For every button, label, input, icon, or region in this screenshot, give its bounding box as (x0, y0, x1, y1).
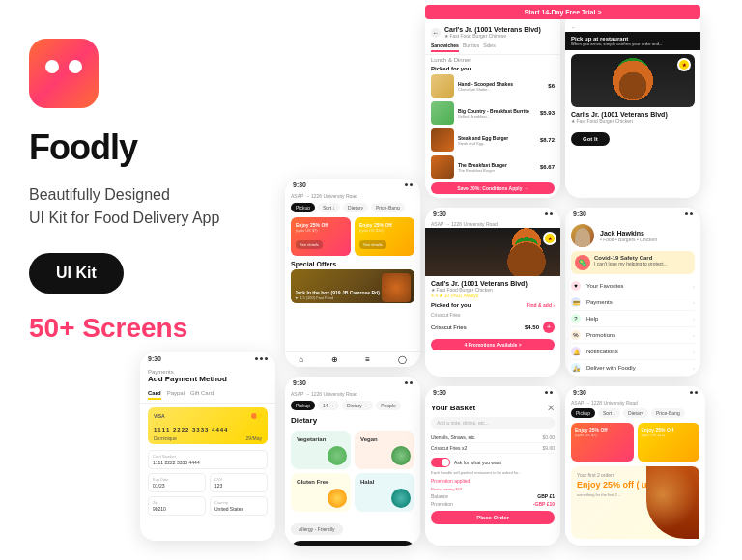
see-details-1[interactable]: See details (296, 240, 323, 249)
right-filter-4[interactable]: Price-Bang (651, 408, 685, 418)
menu-help[interactable]: ? Help › (571, 311, 695, 327)
ui-kit-badge[interactable]: UI Kit (29, 253, 124, 294)
see-details-2[interactable]: See details (359, 240, 386, 249)
tab-giftcard[interactable]: Gift Card (190, 390, 214, 400)
dietary-halal[interactable]: Halal (355, 473, 414, 512)
food-price-4: $6.67 (540, 164, 555, 170)
food-items-list: Hand - Scooped Shakes Chocolate Shake...… (425, 72, 560, 181)
sig-8b (550, 391, 553, 394)
tagline-line1: Beautifully Designed (29, 183, 242, 207)
ask-toggle-switch[interactable] (431, 458, 450, 467)
payment-menu-icon: 💳 (571, 297, 581, 307)
notif-icon: 🔔 (571, 347, 581, 356)
card-visual: VISA 1111 2222 3333 4444 Dominique 29/Ma… (148, 407, 268, 444)
promotions-label: Promotions (586, 332, 687, 338)
restaurant-screen: 9:30 ASAP → 1226 University Road Pickup … (285, 179, 420, 367)
food-details-4: The Breakfast Burger The Breakfast Burge… (458, 162, 536, 173)
basket-note-input[interactable]: Add a note, drinks, etc... (431, 417, 555, 429)
zip-field[interactable]: Zip 90210 (148, 496, 206, 516)
food-img-2 (431, 101, 454, 125)
tab-paypal[interactable]: Paypal (167, 390, 185, 400)
apply-btn[interactable]: Apply › (291, 541, 414, 546)
rest-card-meta: ★ Fast Food Burger Chicken (571, 118, 695, 124)
filter-sort[interactable]: Sort ↓ (318, 203, 340, 212)
find-add-btn[interactable]: Find & add › (527, 302, 555, 308)
vegetarian-img (328, 446, 347, 465)
filter-pickup[interactable]: Pickup (291, 203, 315, 212)
tab-burritos[interactable]: Burritos (463, 42, 479, 52)
status-icons-2 (405, 183, 413, 186)
sig-8a (545, 391, 548, 394)
tab-sandwiches[interactable]: Sandwiches (431, 42, 459, 52)
food-details-3: Steak and Egg Burger Steak and Egg... (458, 135, 536, 146)
time-1: 9:30 (148, 355, 161, 362)
filter-price[interactable]: Price-Bang (371, 203, 405, 212)
menu-back[interactable]: ← (431, 28, 441, 38)
cvv-field[interactable]: CVV 123 (210, 473, 268, 492)
promo-bar[interactable]: Start 14-Day Free Trial > (425, 5, 700, 19)
app-name: Foodly (29, 127, 242, 168)
food-item-1: Hand - Scooped Shakes Chocolate Shake...… (431, 74, 555, 98)
allergy-row: Allergy - Friendly (285, 516, 420, 537)
basket-close-btn[interactable]: ✕ (547, 403, 555, 413)
place-order-btn[interactable]: Place Order (431, 511, 555, 524)
restaurant-img: ★ (571, 54, 695, 107)
promo-saving-label: Promo saving $10 (425, 486, 560, 492)
nav-profile[interactable]: ◯ (398, 355, 407, 364)
heart-icon: ♥ (571, 281, 581, 291)
promotion-label: Promotion (431, 501, 453, 507)
allergy-chip[interactable]: Allergy - Friendly (291, 523, 343, 535)
right-filter-2[interactable]: Sort ↓ (598, 408, 620, 418)
menu-rest-meta: ★ Fast Food Burger Chinese (444, 33, 541, 39)
dietary-filter-1[interactable]: Pickup (291, 401, 315, 410)
dietary-filter-4[interactable]: People (376, 401, 401, 410)
menu-header: ← Carl's Jr. (1001 Veterans Blvd) ★ Fast… (425, 22, 560, 41)
dietary-address: ASAP → 1226 University Road (285, 389, 420, 399)
basket-header: Your Basket ✕ (425, 399, 560, 415)
status-bar-2: 9:30 (285, 179, 420, 191)
status-icons-5 (685, 212, 693, 215)
status-icons-6 (405, 381, 413, 384)
dietary-filter-3[interactable]: Dietary → (342, 401, 373, 410)
right-filter-3[interactable]: Dietary (623, 408, 648, 418)
burger-background (571, 54, 695, 107)
pickup-back[interactable]: ← (565, 22, 700, 32)
phone-promo-right: 9:30 ASAP → 1228 University Road Pickup … (565, 386, 705, 546)
dietary-filter-2[interactable]: 14 → (318, 401, 339, 410)
promotions-available-btn[interactable]: 4 Promotions Available > (431, 339, 555, 350)
gluten-label: Gluten Free (297, 479, 345, 485)
menu-notifications[interactable]: 🔔 Notifications › (571, 344, 695, 360)
tab-card[interactable]: Card (148, 390, 161, 400)
food-desc-1: Chocolate Shake... (458, 87, 544, 92)
menu-payments[interactable]: 💳 Payments › (571, 294, 695, 311)
profile-name: Jack Hawkins (600, 230, 657, 237)
cvv-label: CVV (214, 477, 263, 482)
dietary-gluten[interactable]: Gluten Free (291, 473, 351, 512)
status-icons-1 (255, 357, 268, 360)
nav-search[interactable]: ⊕ (331, 355, 338, 364)
dietary-vegetarian[interactable]: Vegetarian (291, 431, 351, 469)
restaurant-address: ASAP → 1226 University Road (285, 191, 420, 201)
menu-promotions[interactable]: % Promotions › (571, 327, 695, 344)
card-details: Dominique 29/May (154, 435, 262, 441)
dietary-vegan[interactable]: Vegan (355, 431, 414, 469)
nav-orders[interactable]: ≡ (365, 355, 370, 364)
right-promo-cards: Enjoy 25% Off (upto US $7) Enjoy 25% Off… (565, 420, 705, 464)
add-item-btn[interactable]: + (543, 322, 555, 333)
payments-arrow: › (693, 299, 695, 305)
halal-img (391, 489, 411, 508)
right-filter-1[interactable]: Pickup (571, 408, 595, 418)
expiry-field[interactable]: Exp Date 01/23 (148, 473, 206, 492)
menu-favorites[interactable]: ♥ Your Favorites › (571, 278, 695, 294)
nav-home[interactable]: ⌂ (299, 355, 303, 364)
tab-sides[interactable]: Sides (483, 42, 496, 52)
country-field[interactable]: Country United States (210, 496, 268, 516)
promo-apply-btn[interactable]: Save 20%: Conditions Apply → (431, 182, 555, 194)
payment-tabs: Card Paypal Gift Card (140, 387, 275, 404)
covid-text: I can't lose my helping to protect... (594, 261, 668, 266)
filter-dietary[interactable]: Dietary (343, 203, 368, 212)
got-it-btn[interactable]: Got It (571, 132, 610, 146)
time-6: 9:30 (293, 379, 306, 386)
card-number-field[interactable]: Card Number 1111 2222 3333 4444 (148, 450, 268, 469)
menu-delivery[interactable]: 🛵 Deliver with Foodly › (571, 360, 695, 377)
